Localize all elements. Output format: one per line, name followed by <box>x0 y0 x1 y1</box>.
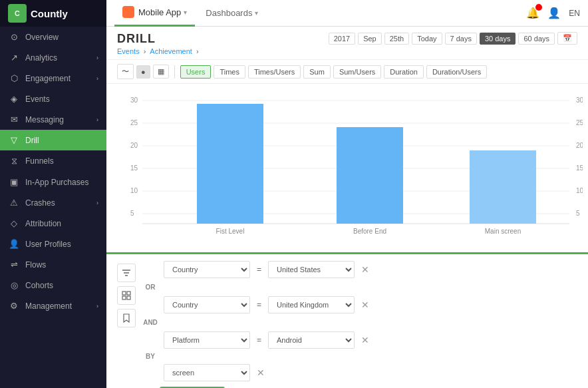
events-icon: ◈ <box>8 94 20 104</box>
user-icon[interactable]: 👤 <box>547 7 561 19</box>
bar-chart: 30 25 20 15 10 5 Fist Level <box>117 91 583 237</box>
metric-times-btn[interactable]: Times <box>214 65 245 79</box>
date-btn-60days[interactable]: 60 days <box>518 33 555 45</box>
chart-toolbar: 〜 ● ▦ Users Times Times/Users Sum Sum/Us… <box>106 60 588 84</box>
filter-left-tools <box>117 261 136 388</box>
breadcrumb-chevron: › <box>144 47 146 55</box>
sidebar-item-label: Funnels <box>25 156 54 166</box>
top-navigation: Mobile App ▾ Dashboards ▾ 🔔 👤 EN <box>106 0 588 27</box>
app-tab[interactable]: Mobile App ▾ <box>114 0 195 27</box>
chevron-right-icon: › <box>96 303 98 309</box>
notification-badge <box>535 4 542 11</box>
overview-icon: ⊙ <box>8 32 20 42</box>
cohorts-icon: ◎ <box>8 280 20 290</box>
breadcrumb-achievement[interactable]: Achievement <box>150 47 192 55</box>
bar-before-end[interactable] <box>337 127 403 224</box>
header-row: DRILL Events › Achievement › 2017 Sep 25… <box>117 32 577 55</box>
filter3-field-select[interactable]: Platform <box>164 331 250 349</box>
svg-text:15: 15 <box>576 164 583 172</box>
date-btn-calendar[interactable]: 📅 <box>557 32 577 45</box>
chevron-right-icon: › <box>96 116 98 123</box>
filter3-remove-btn[interactable]: ✕ <box>359 335 372 345</box>
filter1-op: = <box>254 265 264 274</box>
bar-main-screen[interactable] <box>470 150 536 224</box>
sidebar-item-events[interactable]: ◈ Events <box>0 89 106 109</box>
sidebar-item-profiles[interactable]: 👤 User Profiles <box>0 234 106 254</box>
filter1-value-select[interactable]: United States <box>268 261 355 278</box>
topnav-right: 🔔 👤 EN <box>526 7 580 19</box>
page-content: DRILL Events › Achievement › 2017 Sep 25… <box>106 27 588 388</box>
filter2-value-select[interactable]: United Kingdom <box>268 296 355 313</box>
filter-icon[interactable] <box>117 264 136 282</box>
filter2-field-select[interactable]: Country <box>164 296 250 313</box>
attribution-icon: ◇ <box>8 218 20 228</box>
filter3-value-select[interactable]: Android <box>268 331 355 349</box>
sidebar-item-inapp[interactable]: ▣ In-App Purchases <box>0 172 106 192</box>
sidebar-item-label: Cohorts <box>25 281 53 290</box>
date-btn-today[interactable]: Today <box>412 33 442 45</box>
sidebar-item-cohorts[interactable]: ◎ Cohorts <box>0 275 106 295</box>
filter-rows-container: Country = United States ✕ OR Countr <box>141 261 577 388</box>
management-icon: ⚙ <box>8 301 20 311</box>
metric-sum-btn[interactable]: Sum <box>303 65 331 79</box>
drill-icon: ▽ <box>8 135 20 145</box>
chart-line-btn[interactable]: 〜 <box>117 64 134 79</box>
sidebar-item-flows[interactable]: ⇌ Flows <box>0 254 106 275</box>
sidebar-item-label: Flows <box>25 260 46 270</box>
sidebar-item-analytics[interactable]: ↗ Analytics › <box>0 47 106 68</box>
sidebar-item-label: Crashes <box>25 198 55 208</box>
sidebar: C Countly ⊙ Overview ↗ Analytics › ⬡ Eng… <box>0 0 106 388</box>
metric-times-users-btn[interactable]: Times/Users <box>248 65 301 79</box>
svg-text:25: 25 <box>576 119 583 126</box>
metric-users-btn[interactable]: Users <box>180 65 212 79</box>
metric-sum-users-btn[interactable]: Sum/Users <box>333 65 381 79</box>
date-btn-2017[interactable]: 2017 <box>329 33 355 45</box>
filter1-remove-btn[interactable]: ✕ <box>359 264 372 275</box>
svg-text:20: 20 <box>130 142 138 149</box>
date-btn-7days[interactable]: 7 days <box>445 33 477 45</box>
filter2-op: = <box>254 300 264 309</box>
dashboards-tab[interactable]: Dashboards ▾ <box>198 0 266 27</box>
dashboards-chevron: ▾ <box>255 9 258 17</box>
chart-dot-btn[interactable]: ● <box>136 65 150 79</box>
svg-rect-30 <box>127 296 130 299</box>
filter1-field-select[interactable]: Country <box>164 261 250 278</box>
sidebar-item-management[interactable]: ⚙ Management › <box>0 295 106 316</box>
header-right: 2017 Sep 25th Today 7 days 30 days 60 da… <box>329 32 577 45</box>
date-btn-25th[interactable]: 25th <box>384 33 409 45</box>
app-icon <box>122 6 134 18</box>
breadcrumb: Events › Achievement › <box>117 47 329 55</box>
notifications-button[interactable]: 🔔 <box>526 7 539 19</box>
svg-rect-28 <box>127 291 130 295</box>
metric-duration-users-btn[interactable]: Duration/Users <box>426 65 487 79</box>
drill-header: DRILL Events › Achievement › 2017 Sep 25… <box>106 27 588 60</box>
sidebar-item-overview[interactable]: ⊙ Overview <box>0 27 106 47</box>
sidebar-item-drill[interactable]: ▽ Drill <box>0 130 106 150</box>
by-field-select[interactable]: screen <box>164 364 250 381</box>
breadcrumb-events[interactable]: Events <box>117 47 140 55</box>
bar-fist-level[interactable] <box>197 104 263 224</box>
filter2-remove-btn[interactable]: ✕ <box>359 299 372 310</box>
svg-text:C: C <box>15 9 20 17</box>
sidebar-item-attribution[interactable]: ◇ Attribution <box>0 213 106 234</box>
or-label: OR <box>141 282 160 292</box>
date-btn-sep[interactable]: Sep <box>358 33 382 45</box>
sidebar-item-funnels[interactable]: ⧖ Funnels <box>0 150 106 172</box>
svg-text:30: 30 <box>130 97 138 104</box>
language-selector[interactable]: EN <box>569 9 580 18</box>
sidebar-item-messaging[interactable]: ✉ Messaging › <box>0 109 106 130</box>
profiles-icon: 👤 <box>8 239 20 249</box>
sidebar-item-engagement[interactable]: ⬡ Engagement › <box>0 68 106 89</box>
bookmark-icon[interactable] <box>117 309 136 327</box>
chart-bar-btn[interactable]: ▦ <box>153 65 169 79</box>
metric-duration-btn[interactable]: Duration <box>384 65 424 79</box>
crashes-icon: ⚠ <box>8 198 20 208</box>
svg-text:25: 25 <box>130 119 138 126</box>
by-field-remove-btn[interactable]: ✕ <box>254 367 267 378</box>
grid-icon[interactable] <box>117 286 136 305</box>
svg-text:10: 10 <box>130 187 138 194</box>
sidebar-item-crashes[interactable]: ⚠ Crashes › <box>0 192 106 213</box>
date-btn-30days[interactable]: 30 days <box>480 33 516 45</box>
main-content: Mobile App ▾ Dashboards ▾ 🔔 👤 EN DRILL E… <box>106 0 588 388</box>
dashboards-tab-label: Dashboards <box>206 8 252 18</box>
